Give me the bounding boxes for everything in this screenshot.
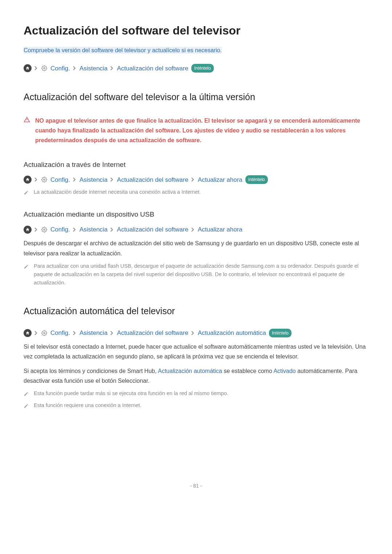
crumb-asistencia[interactable]: Asistencia [79, 328, 107, 338]
pencil-icon [24, 189, 29, 194]
breadcrumb-usb: Config. Asistencia Actualización del sof… [24, 225, 368, 234]
note-internet: La actualización desde Internet necesita… [24, 188, 368, 196]
note-auto2: Esta función requiere una conexión a Int… [24, 401, 368, 410]
chevron-right-icon [34, 331, 38, 335]
warning-text: NO apague el televisor antes de que fina… [35, 116, 368, 145]
chevron-right-icon [34, 177, 38, 182]
intro-text: Compruebe la versión del software del te… [24, 47, 222, 54]
chevron-right-icon [73, 66, 77, 70]
chevron-right-icon [34, 66, 38, 70]
auto-body1: Si el televisor está conectado a Interne… [24, 342, 368, 361]
chevron-right-icon [191, 227, 195, 232]
settings-icon [41, 226, 48, 233]
crumb-config[interactable]: Config. [50, 225, 70, 234]
crumb-update-now[interactable]: Actualizar ahora [198, 225, 242, 234]
home-icon [24, 329, 32, 337]
settings-icon [41, 330, 48, 336]
heading-auto-update: Actualización automática del televisor [24, 304, 368, 318]
breadcrumb-main: Config. Asistencia Actualización del sof… [24, 64, 368, 73]
chevron-right-icon [73, 177, 77, 182]
pencil-icon [24, 402, 29, 407]
chevron-right-icon [191, 177, 195, 182]
crumb-software-update[interactable]: Actualización del software [117, 175, 188, 185]
settings-icon [41, 176, 48, 183]
svg-point-5 [44, 332, 45, 334]
crumb-config[interactable]: Config. [50, 175, 70, 185]
crumb-asistencia[interactable]: Asistencia [79, 175, 107, 185]
crumb-auto-update[interactable]: Actualización automática [198, 328, 266, 338]
heading-internet-update: Actualización a través de Internet [24, 160, 368, 170]
pencil-icon [24, 390, 29, 395]
auto-body2-pre: Si acepta los términos y condiciones de … [24, 368, 158, 374]
note-text: La actualización desde Internet necesita… [34, 188, 201, 196]
heading-usb-update: Actualización mediante un dispositivo US… [24, 209, 368, 220]
try-it-button[interactable]: Inténtelo [245, 175, 268, 184]
chevron-right-icon [73, 227, 77, 232]
try-it-button[interactable]: Inténtelo [191, 64, 214, 73]
chevron-right-icon [110, 331, 114, 335]
chevron-right-icon [191, 331, 195, 335]
chevron-right-icon [110, 227, 114, 232]
crumb-software-update[interactable]: Actualización del software [117, 64, 188, 73]
link-on[interactable]: Activado [273, 368, 295, 374]
crumb-asistencia[interactable]: Asistencia [79, 225, 107, 234]
note-text: Para actualizar con una unidad flash USB… [34, 262, 368, 287]
usb-body-text: Después de descargar el archivo de actua… [24, 238, 368, 258]
crumb-software-update[interactable]: Actualización del software [117, 225, 188, 234]
auto-body2-mid: se establece como [222, 368, 273, 374]
settings-icon [41, 65, 48, 71]
page-title: Actualización del software del televisor [24, 22, 368, 39]
home-icon [24, 226, 32, 234]
chevron-right-icon [34, 227, 38, 232]
note-auto1: Esta función puede tardar más si se ejec… [24, 389, 368, 398]
crumb-update-now[interactable]: Actualizar ahora [198, 175, 242, 185]
warning-icon [24, 116, 30, 123]
svg-point-4 [44, 229, 45, 230]
home-icon [24, 176, 32, 184]
note-text: Esta función puede tardar más si se ejec… [34, 389, 228, 398]
pencil-icon [24, 263, 29, 268]
note-text: Esta función requiere una conexión a Int… [34, 401, 142, 410]
crumb-asistencia[interactable]: Asistencia [79, 64, 107, 73]
svg-point-0 [44, 67, 45, 69]
crumb-config[interactable]: Config. [50, 328, 70, 338]
crumb-software-update[interactable]: Actualización del software [117, 328, 188, 338]
home-icon [24, 64, 32, 72]
breadcrumb-auto: Config. Asistencia Actualización del sof… [24, 328, 368, 338]
svg-point-3 [44, 179, 45, 180]
chevron-right-icon [110, 66, 114, 70]
chevron-right-icon [73, 331, 77, 335]
note-usb: Para actualizar con una unidad flash USB… [24, 262, 368, 287]
heading-latest-version: Actualización del software del televisor… [24, 90, 368, 104]
try-it-button[interactable]: Inténtelo [269, 329, 291, 337]
breadcrumb-internet: Config. Asistencia Actualización del sof… [24, 175, 368, 185]
page-number: - 81 - [24, 482, 368, 490]
auto-body2: Si acepta los términos y condiciones de … [24, 366, 368, 386]
chevron-right-icon [110, 177, 114, 182]
link-auto-update[interactable]: Actualización automática [158, 368, 222, 374]
crumb-config[interactable]: Config. [50, 64, 70, 73]
warning-block: NO apague el televisor antes de que fina… [24, 114, 368, 147]
